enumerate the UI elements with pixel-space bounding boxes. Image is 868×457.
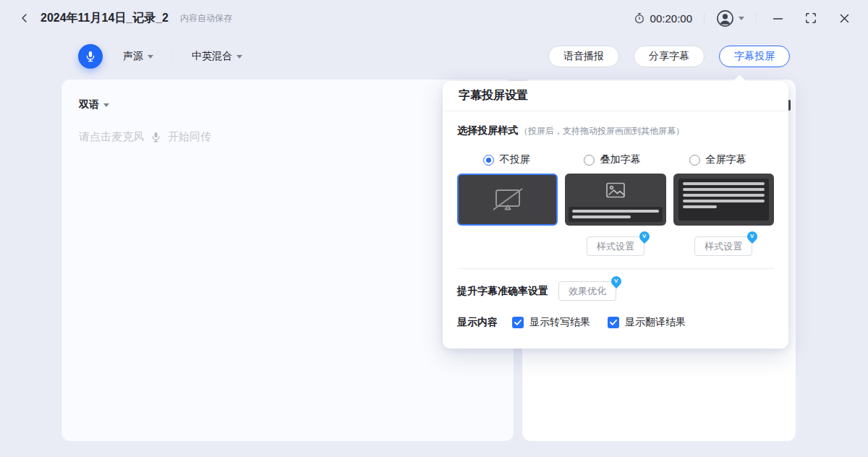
chevron-down-icon xyxy=(237,55,242,59)
fullscreen-button[interactable] xyxy=(804,12,817,25)
checkbox-checked-icon xyxy=(608,317,619,328)
checkbox-transcription-label: 显示转写结果 xyxy=(529,316,590,329)
radio-fullscreen-subtitles[interactable]: 全屏字幕 xyxy=(689,153,746,166)
subtitle-cast-settings-popup: 字幕投屏设置 选择投屏样式 （投屏后，支持拖动投屏画面到其他屏幕） 不投屏 叠加… xyxy=(443,81,788,349)
voice-broadcast-label: 语音播报 xyxy=(563,50,604,63)
language-dropdown[interactable]: 中英混合 xyxy=(192,50,242,63)
checkbox-translation-result[interactable]: 显示翻译结果 xyxy=(608,316,686,329)
account-menu[interactable] xyxy=(716,9,744,27)
language-label: 中英混合 xyxy=(192,50,232,63)
radio-no-cast[interactable]: 不投屏 xyxy=(483,153,530,166)
accuracy-label: 提升字幕准确率设置 xyxy=(457,285,548,298)
microphone-button[interactable] xyxy=(78,44,103,69)
avatar-icon xyxy=(716,9,734,27)
image-icon xyxy=(606,182,626,198)
document-title: 2024年11月14日_记录_2 xyxy=(41,11,169,26)
toolbar-actions: 语音播报 分享字幕 字幕投屏 xyxy=(548,46,790,67)
screen-off-icon xyxy=(491,187,524,212)
style-section-header: 选择投屏样式 （投屏后，支持拖动投屏画面到其他屏幕） xyxy=(457,124,774,137)
audio-source-dropdown[interactable]: 声源 xyxy=(123,50,153,63)
style-settings-label: 样式设置 xyxy=(597,240,634,253)
style-settings-row: 样式设置 V 样式设置 V xyxy=(457,236,774,256)
toolbar: 声源 中英混合 语音播报 分享字幕 字幕投屏 xyxy=(78,43,790,69)
checkbox-transcription-result[interactable]: 显示转写结果 xyxy=(512,316,590,329)
bilingual-mode-label: 双语 xyxy=(79,98,99,111)
divider xyxy=(704,12,705,24)
cast-style-previews xyxy=(457,174,774,226)
effect-optimize-label: 效果优化 xyxy=(569,285,606,298)
close-button[interactable] xyxy=(838,12,851,25)
radio-overlay-subtitles[interactable]: 叠加字幕 xyxy=(584,153,641,166)
radio-icon xyxy=(689,155,700,166)
app-window: 2024年11月14日_记录_2 内容自动保存 00:20:00 xyxy=(0,0,868,457)
autosave-status: 内容自动保存 xyxy=(180,12,232,25)
subtitle-cast-label: 字幕投屏 xyxy=(734,50,775,63)
subtitle-cast-button[interactable]: 字幕投屏 xyxy=(719,46,790,67)
radio-icon xyxy=(483,155,494,166)
minimize-icon xyxy=(773,13,783,24)
display-content-section: 显示内容 显示转写结果 显示翻译结果 xyxy=(457,316,774,329)
style-settings-button-overlay[interactable]: 样式设置 V xyxy=(587,236,644,256)
display-content-label: 显示内容 xyxy=(457,316,498,329)
divider xyxy=(172,51,173,62)
titlebar: 2024年11月14日_记录_2 内容自动保存 00:20:00 xyxy=(0,0,868,36)
style-settings-button-fullscreen[interactable]: 样式设置 V xyxy=(694,236,752,256)
divider xyxy=(457,268,774,269)
effect-optimize-button[interactable]: 效果优化 V xyxy=(558,281,616,301)
checkbox-translation-label: 显示翻译结果 xyxy=(625,316,686,329)
timer-value: 00:20:00 xyxy=(650,12,692,25)
close-icon xyxy=(839,13,850,24)
voice-broadcast-button[interactable]: 语音播报 xyxy=(548,46,619,67)
radio-no-cast-label: 不投屏 xyxy=(500,153,530,166)
share-subtitles-label: 分享字幕 xyxy=(649,50,689,63)
vip-badge-icon: V xyxy=(637,229,652,244)
preview-fullscreen-subtitles[interactable] xyxy=(673,174,774,226)
style-settings-label: 样式设置 xyxy=(705,240,742,253)
preview-no-cast[interactable] xyxy=(457,174,558,226)
subtitle-overlay-graphic xyxy=(569,207,662,222)
chevron-left-icon xyxy=(20,13,30,23)
vip-badge-icon: V xyxy=(745,229,760,244)
microphone-icon xyxy=(84,50,97,63)
back-button[interactable] xyxy=(17,11,32,25)
chevron-down-icon xyxy=(103,103,109,107)
microphone-icon xyxy=(150,131,162,143)
cast-style-options: 不投屏 叠加字幕 全屏字幕 xyxy=(457,153,774,166)
style-section-hint: （投屏后，支持拖动投屏画面到其他屏幕） xyxy=(519,125,684,137)
chevron-down-icon xyxy=(739,17,744,20)
vip-badge-icon: V xyxy=(609,274,624,289)
stopwatch-icon xyxy=(634,12,645,24)
subtitle-fullscreen-graphic xyxy=(678,179,769,221)
checkbox-checked-icon xyxy=(512,317,524,328)
window-controls xyxy=(771,12,851,25)
share-subtitles-button[interactable]: 分享字幕 xyxy=(634,46,705,67)
transcript-placeholder: 请点击麦克风 开始同传 xyxy=(79,130,211,144)
radio-overlay-label: 叠加字幕 xyxy=(600,153,641,166)
audio-source-label: 声源 xyxy=(123,50,143,63)
style-section-label: 选择投屏样式 xyxy=(457,124,518,137)
divider xyxy=(756,12,757,24)
recording-timer: 00:20:00 xyxy=(634,12,692,25)
placeholder-text-after: 开始同传 xyxy=(168,130,211,144)
accuracy-section: 提升字幕准确率设置 效果优化 V xyxy=(457,281,774,301)
preview-overlay-subtitles[interactable] xyxy=(565,174,665,226)
fullscreen-icon xyxy=(805,12,817,24)
bilingual-mode-dropdown[interactable]: 双语 xyxy=(79,98,109,111)
minimize-button[interactable] xyxy=(771,12,784,25)
radio-fullscreen-label: 全屏字幕 xyxy=(706,153,746,166)
radio-icon xyxy=(584,155,595,166)
chevron-down-icon xyxy=(148,55,153,59)
placeholder-text-before: 请点击麦克风 xyxy=(79,130,144,144)
